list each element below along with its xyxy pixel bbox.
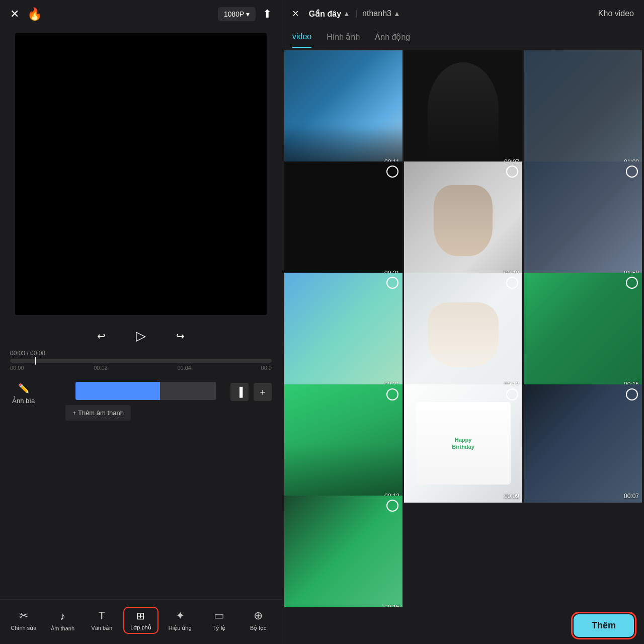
right-close-button[interactable]: × <box>292 7 299 20</box>
edit-icon: ✏️ <box>18 383 29 394</box>
timeline-cursor <box>35 357 36 365</box>
right-panel: × Gần đây ▲ | nthanh3 ▲ Kho video video … <box>282 0 644 644</box>
nav-recent[interactable]: Gần đây ▲ <box>309 9 350 19</box>
nav-recent-arrow: ▲ <box>343 10 350 18</box>
edit-area: ✏️ Ảnh bìa ▐ ＋ + Thêm âm thanh <box>0 373 282 599</box>
tab-anh-dong[interactable]: Ảnh động <box>375 27 410 48</box>
media-item[interactable]: 00:21 <box>284 162 403 280</box>
media-item[interactable]: 00:12 <box>404 273 522 391</box>
media-thumb <box>404 273 522 391</box>
media-duration: 00:09 <box>504 493 519 500</box>
select-circle <box>386 166 398 178</box>
nav-user-arrow: ▲ <box>393 10 400 18</box>
upload-button[interactable]: ⬆ <box>263 8 272 21</box>
toolbar-item-bo-loc[interactable]: ⊕ Bộ lọc <box>240 609 276 631</box>
video-preview <box>15 33 267 315</box>
media-thumb <box>524 384 642 503</box>
nav-user[interactable]: nthanh3 ▲ <box>362 9 400 18</box>
select-circle <box>626 166 638 178</box>
toolbar-item-am-thanh[interactable]: ♪ Âm thanh <box>45 610 80 631</box>
scissors-icon: ✂ <box>19 609 28 622</box>
nav-kho-video[interactable]: Kho video <box>598 9 634 18</box>
media-thumb <box>284 496 403 607</box>
toolbar-item-van-ban[interactable]: T Văn bản <box>84 609 119 631</box>
select-circle <box>506 166 518 178</box>
tab-hinh-anh[interactable]: Hình ảnh <box>327 27 360 48</box>
redo-button[interactable]: ↪ <box>176 330 185 342</box>
resolution-button[interactable]: 1080P ▾ <box>218 7 256 21</box>
toolbar-item-hieu-ung[interactable]: ✦ Hiệu ứng <box>163 609 198 631</box>
play-button[interactable]: ▷ <box>136 328 146 344</box>
media-thumb <box>404 50 522 169</box>
media-duration: 00:07 <box>624 493 639 500</box>
media-item[interactable]: HappyBirthday 00:09 <box>404 384 522 503</box>
media-item[interactable]: 00:07 <box>404 50 522 169</box>
media-thumb <box>284 273 403 391</box>
right-header: × Gần đây ▲ | nthanh3 ▲ Kho video <box>282 0 644 27</box>
ratio-icon: ▭ <box>214 609 224 622</box>
anh-bia-button[interactable]: ✏️ Ảnh bìa <box>12 383 35 405</box>
toolbar-item-ty-le[interactable]: ▭ Tỷ lệ <box>201 609 236 631</box>
overlay-icon: ⊞ <box>136 610 145 622</box>
effects-icon: ✦ <box>176 609 185 622</box>
select-circle <box>506 388 518 400</box>
select-circle <box>386 500 398 512</box>
media-item[interactable]: 00:15 <box>284 496 403 607</box>
bottom-add-area: Thêm <box>282 607 644 644</box>
app-logo: 🔥 <box>27 7 42 21</box>
media-thumb <box>284 384 403 503</box>
media-item[interactable]: 00:13 <box>284 384 403 503</box>
media-duration: 00:15 <box>384 604 399 607</box>
media-item[interactable]: 01:09 <box>524 50 642 169</box>
media-thumb <box>284 162 403 280</box>
select-circle <box>386 388 398 400</box>
playback-controls: ↩ ▷ ↪ <box>0 320 282 348</box>
add-clip-button[interactable]: ＋ <box>254 383 272 401</box>
select-circle <box>626 388 638 400</box>
media-item[interactable]: 00:11 <box>284 50 403 169</box>
close-button[interactable]: ✕ <box>10 8 19 21</box>
media-item[interactable]: 00:15 <box>524 273 642 391</box>
music-icon: ♪ <box>60 610 65 623</box>
media-thumb <box>524 50 642 169</box>
text-icon: T <box>99 609 105 622</box>
media-thumb <box>404 162 522 280</box>
media-item[interactable]: 01:58 <box>524 162 642 280</box>
left-header: ✕ 🔥 1080P ▾ ⬆ <box>0 0 282 28</box>
them-button[interactable]: Thêm <box>574 614 634 637</box>
timeline-track[interactable] <box>10 359 272 363</box>
filter-icon: ⊕ <box>254 609 263 622</box>
undo-button[interactable]: ↩ <box>97 330 106 342</box>
media-tabs: video Hình ảnh Ảnh động <box>282 27 644 48</box>
add-sound-button[interactable]: + Thêm âm thanh <box>65 405 131 421</box>
left-header-right: 1080P ▾ ⬆ <box>218 7 272 21</box>
media-item[interactable]: 00:31 <box>284 273 403 391</box>
media-thumb: HappyBirthday <box>404 384 522 503</box>
overlay-icons: ▐ ＋ <box>230 383 272 401</box>
toolbar-item-chinh-sua[interactable]: ✂ Chỉnh sửa <box>6 609 41 631</box>
media-thumb <box>284 50 403 169</box>
media-item[interactable]: 00:18 <box>404 162 522 280</box>
split-button[interactable]: ▐ <box>230 383 249 401</box>
tab-video[interactable]: video <box>292 27 311 48</box>
timeline-time: 00:03 / 00:08 <box>10 350 272 357</box>
bottom-toolbar: ✂ Chỉnh sửa ♪ Âm thanh T Văn bản ⊞ Lớp p… <box>0 599 282 644</box>
timeline-labels: 00:00 00:02 00:04 00:0 <box>10 365 272 371</box>
timeline-segment <box>75 382 216 400</box>
left-header-left: ✕ 🔥 <box>10 7 42 21</box>
media-thumb <box>524 273 642 391</box>
media-item[interactable]: 00:07 <box>524 384 642 503</box>
media-thumb <box>524 162 642 280</box>
right-nav: Gần đây ▲ | nthanh3 ▲ <box>309 9 400 19</box>
timeline-bar: 00:03 / 00:08 00:00 00:02 00:04 00:0 <box>0 348 282 373</box>
media-grid: 00:11 00:07 01:09 00:21 00:18 <box>282 48 644 607</box>
toolbar-item-lop-phu[interactable]: ⊞ Lớp phủ <box>123 607 158 634</box>
left-panel: ✕ 🔥 1080P ▾ ⬆ ↩ ▷ ↪ 00:03 / 00:08 00:00 … <box>0 0 282 644</box>
